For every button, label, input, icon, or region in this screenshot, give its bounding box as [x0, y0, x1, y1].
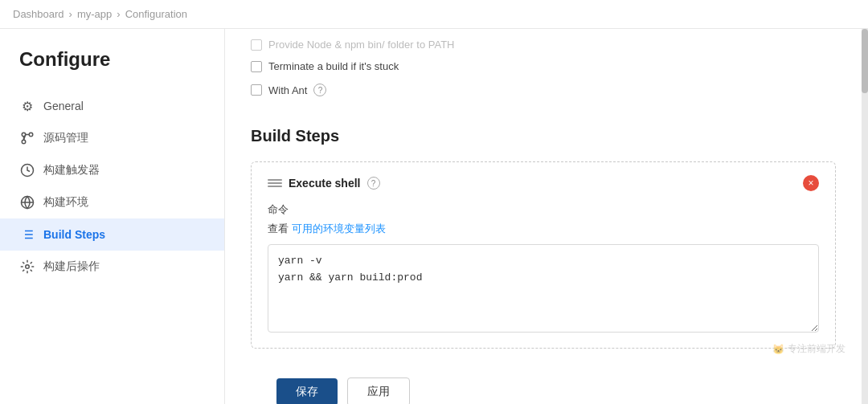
terminate-build-row: Terminate a build if it's stuck — [251, 60, 836, 72]
svg-line-5 — [24, 135, 26, 141]
shell-card-left: Execute shell ? — [268, 177, 380, 190]
settings-icon — [19, 259, 35, 275]
gear-icon: ⚙ — [19, 98, 35, 114]
env-link-prefix: 查看 — [268, 222, 289, 235]
sidebar-item-build-steps[interactable]: Build Steps — [0, 218, 224, 251]
shell-title: Execute shell — [289, 177, 361, 190]
env-link-row: 查看 可用的环境变量列表 — [268, 222, 819, 236]
svg-point-15 — [26, 265, 30, 269]
command-field-label: 命令 — [268, 202, 819, 217]
bottom-action-bar: 保存 应用 — [251, 365, 836, 404]
apply-button[interactable]: 应用 — [347, 377, 410, 404]
shell-card-header: Execute shell ? × — [268, 175, 819, 191]
faded-node-npm: Provide Node & npm bin/ folder to PATH — [251, 39, 836, 51]
list-icon — [19, 226, 35, 243]
with-ant-row: With Ant ? — [251, 84, 836, 96]
scrollbar-thumb — [862, 29, 868, 93]
breadcrumb-sep2: › — [117, 8, 120, 20]
content-scroll: Build Steps Execute shell ? — [225, 127, 862, 404]
execute-shell-card: Execute shell ? × 命令 查看 可用的环境变量列表 yarn -… — [251, 161, 836, 349]
terminate-checkbox[interactable] — [251, 61, 262, 72]
faded-label: Provide Node & npm bin/ folder to PATH — [268, 39, 454, 51]
sidebar-item-triggers-label: 构建触发器 — [43, 163, 100, 178]
build-steps-title: Build Steps — [251, 127, 836, 145]
clock-icon — [19, 162, 35, 178]
drag-handle-icon[interactable] — [268, 179, 282, 187]
svg-point-0 — [22, 140, 26, 144]
sidebar-item-triggers[interactable]: 构建触发器 — [0, 154, 224, 186]
sidebar-title: Configure — [0, 48, 224, 90]
fork-icon — [19, 130, 35, 146]
globe-icon — [19, 194, 35, 210]
sidebar: Configure ⚙ General 源码管理 构建触发器 — [0, 29, 225, 404]
terminate-label: Terminate a build if it's stuck — [268, 60, 399, 72]
env-variables-link[interactable]: 可用的环境变量列表 — [292, 222, 386, 235]
svg-point-1 — [29, 133, 33, 137]
breadcrumb-sep1: › — [69, 8, 72, 20]
faded-checkbox — [251, 39, 262, 51]
command-textarea[interactable]: yarn -v yarn && yarn build:prod — [268, 244, 819, 333]
with-ant-checkbox[interactable] — [251, 84, 262, 96]
sidebar-item-general-label: General — [43, 100, 84, 112]
sidebar-item-environment[interactable]: 构建环境 — [0, 186, 224, 218]
sidebar-item-environment-label: 构建环境 — [43, 195, 88, 210]
with-ant-label: With Ant — [268, 84, 307, 96]
breadcrumb-current: Configuration — [125, 8, 187, 20]
breadcrumb-dashboard[interactable]: Dashboard — [13, 8, 64, 20]
sidebar-item-build-steps-label: Build Steps — [43, 228, 105, 241]
with-ant-help-icon[interactable]: ? — [313, 84, 326, 96]
content-area: Provide Node & npm bin/ folder to PATH T… — [225, 29, 862, 404]
breadcrumb: Dashboard › my-app › Configuration — [0, 0, 868, 29]
sidebar-item-post-build[interactable]: 构建后操作 — [0, 251, 224, 283]
sidebar-item-source-label: 源码管理 — [43, 131, 88, 145]
sidebar-item-source[interactable]: 源码管理 — [0, 122, 224, 154]
save-button[interactable]: 保存 — [276, 378, 338, 404]
shell-help-icon[interactable]: ? — [367, 177, 380, 190]
close-shell-card-button[interactable]: × — [803, 175, 819, 191]
right-scrollbar[interactable] — [862, 29, 868, 404]
breadcrumb-app[interactable]: my-app — [77, 8, 112, 20]
sidebar-item-post-build-label: 构建后操作 — [43, 259, 100, 274]
top-faded-section: Provide Node & npm bin/ folder to PATH T… — [225, 29, 862, 120]
sidebar-item-general[interactable]: ⚙ General — [0, 90, 224, 122]
